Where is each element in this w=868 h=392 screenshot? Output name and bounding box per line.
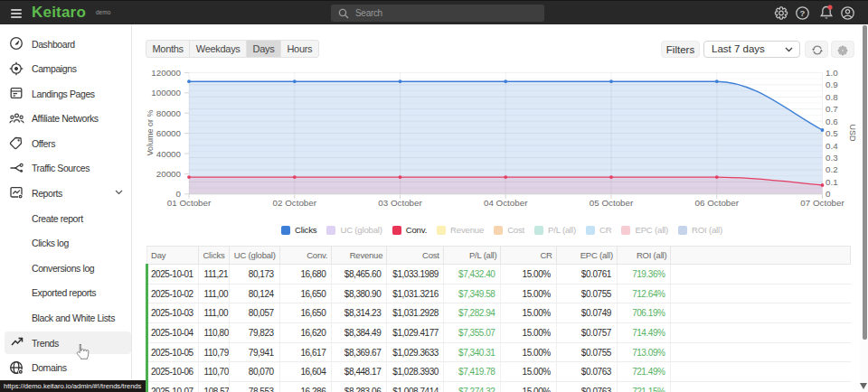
svg-text:0.9: 0.9 [826,79,838,89]
svg-text:0.3: 0.3 [826,153,838,163]
svg-text:07 October: 07 October [800,198,844,208]
svg-text:USD: USD [848,124,857,142]
svg-text:60000: 60000 [156,128,182,138]
svg-text:Volume or %: Volume or % [146,109,155,155]
svg-text:0.2: 0.2 [826,164,838,174]
svg-text:03 October: 03 October [378,198,422,208]
svg-text:01 October: 01 October [167,198,212,208]
svg-text:0.7: 0.7 [826,104,838,114]
svg-text:06 October: 06 October [695,198,740,208]
svg-text:20000: 20000 [156,169,182,179]
svg-text:?: ? [800,8,806,18]
svg-text:120000: 120000 [151,68,181,78]
svg-text:80000: 80000 [156,108,182,118]
svg-text:0.8: 0.8 [826,92,838,102]
svg-text:0.1: 0.1 [826,177,838,187]
svg-text:02 October: 02 October [273,198,317,208]
svg-text:0.4: 0.4 [826,141,838,151]
svg-text:0.5: 0.5 [826,128,838,138]
svg-text:05 October: 05 October [590,198,634,208]
svg-text:04 October: 04 October [484,198,528,208]
svg-text:40000: 40000 [156,149,182,159]
svg-text:100000: 100000 [151,88,181,98]
svg-text:0.6: 0.6 [826,117,838,126]
svg-text:1.0: 1.0 [826,68,838,78]
